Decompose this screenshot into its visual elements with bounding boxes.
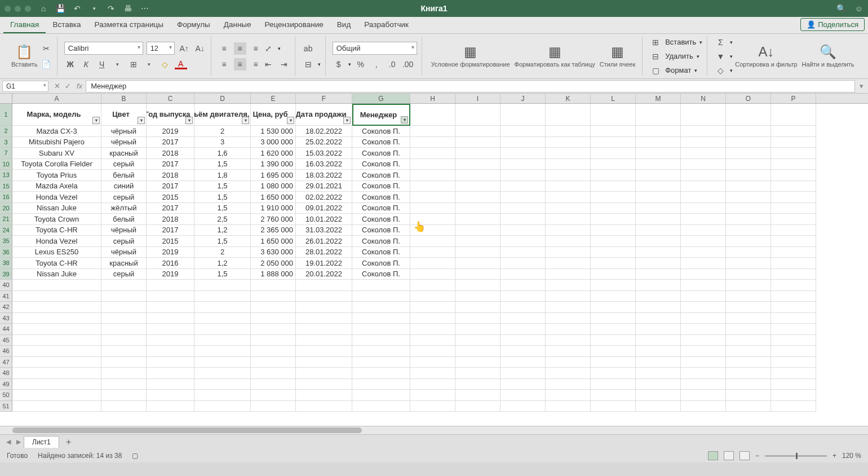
cell[interactable] — [455, 137, 501, 148]
home-icon[interactable]: ⌂ — [39, 4, 48, 13]
close-window-icon[interactable] — [5, 6, 11, 12]
cell[interactable] — [636, 302, 681, 313]
number-format-select[interactable]: Общий — [333, 42, 417, 55]
cell[interactable] — [455, 170, 501, 181]
row-header[interactable]: 46 — [0, 346, 12, 357]
cell[interactable] — [681, 104, 726, 126]
cell[interactable]: 1 650 000 — [251, 236, 296, 247]
cell[interactable]: Toyota Corolla Fielder — [12, 159, 101, 170]
cell[interactable] — [147, 335, 194, 346]
cell[interactable]: 2015 — [147, 236, 194, 247]
cell[interactable] — [101, 346, 147, 357]
cell[interactable] — [636, 324, 681, 335]
cell[interactable] — [12, 335, 101, 346]
cell[interactable] — [681, 291, 726, 302]
cell[interactable] — [771, 401, 816, 412]
cell[interactable]: 2017 — [147, 137, 194, 148]
cell[interactable] — [12, 280, 101, 291]
cell[interactable]: серый — [101, 236, 147, 247]
cell[interactable] — [771, 181, 816, 192]
row-header[interactable]: 42 — [0, 302, 12, 313]
column-header[interactable]: I — [455, 94, 501, 103]
cell[interactable] — [726, 236, 771, 247]
cell[interactable] — [410, 280, 455, 291]
decrease-indent-icon[interactable]: ⇤ — [262, 58, 274, 70]
cell[interactable] — [726, 258, 771, 269]
cell[interactable] — [771, 280, 816, 291]
cell[interactable] — [636, 291, 681, 302]
cell[interactable] — [501, 236, 546, 247]
zoom-slider[interactable] — [765, 455, 827, 457]
cell[interactable] — [636, 159, 681, 170]
align-top-icon[interactable]: ≡ — [218, 42, 231, 55]
wrap-text-icon[interactable]: ab — [302, 42, 315, 55]
cell[interactable] — [636, 258, 681, 269]
cell[interactable] — [410, 137, 455, 148]
cell[interactable]: 3 630 000 — [251, 247, 296, 258]
cell[interactable] — [636, 357, 681, 368]
cell[interactable]: 1 530 000 — [251, 126, 296, 137]
cell[interactable] — [501, 379, 546, 390]
cell[interactable]: 2017 — [147, 203, 194, 214]
cell[interactable] — [410, 258, 455, 269]
cell[interactable] — [771, 236, 816, 247]
format-as-table-button[interactable]: ▦Форматировать как таблицу — [512, 43, 597, 69]
cell[interactable] — [771, 313, 816, 324]
cell[interactable] — [681, 357, 726, 368]
cell[interactable] — [681, 368, 726, 379]
cell[interactable] — [636, 390, 681, 401]
cell[interactable] — [455, 280, 501, 291]
cell[interactable] — [636, 313, 681, 324]
cell[interactable] — [726, 401, 771, 412]
cell[interactable]: 2 050 000 — [251, 258, 296, 269]
column-header[interactable]: M — [636, 94, 681, 103]
cell[interactable] — [681, 126, 726, 137]
cell[interactable] — [194, 280, 251, 291]
cell[interactable]: 3 — [194, 137, 251, 148]
cell[interactable] — [352, 346, 410, 357]
cell[interactable] — [726, 291, 771, 302]
cell[interactable] — [501, 203, 546, 214]
increase-decimal-icon[interactable]: .0 — [386, 58, 398, 70]
cell[interactable] — [352, 335, 410, 346]
horizontal-scrollbar[interactable] — [0, 426, 868, 434]
align-bottom-icon[interactable]: ≡ — [250, 42, 262, 55]
cell[interactable] — [591, 269, 636, 280]
cell[interactable] — [546, 346, 591, 357]
column-header[interactable]: J — [501, 94, 546, 103]
cell[interactable]: 26.01.2022 — [296, 236, 352, 247]
cell[interactable] — [636, 203, 681, 214]
cell[interactable] — [636, 137, 681, 148]
cell[interactable]: 2019 — [147, 269, 194, 280]
underline-button[interactable]: Ч — [96, 58, 108, 70]
cell[interactable] — [546, 258, 591, 269]
cell[interactable] — [12, 313, 101, 324]
cell[interactable] — [296, 280, 352, 291]
cell[interactable]: чёрный — [101, 126, 147, 137]
row-header[interactable]: 3 — [0, 137, 12, 148]
cell[interactable] — [636, 280, 681, 291]
cell[interactable] — [726, 203, 771, 214]
column-header[interactable]: F — [296, 94, 352, 103]
cell[interactable]: 31.03.2022 — [296, 225, 352, 236]
cell[interactable]: 2 — [194, 126, 251, 137]
cell[interactable] — [681, 203, 726, 214]
cell[interactable] — [771, 390, 816, 401]
cell[interactable] — [681, 181, 726, 192]
cell[interactable] — [636, 401, 681, 412]
cell[interactable] — [546, 368, 591, 379]
cell[interactable] — [591, 313, 636, 324]
cell[interactable] — [771, 335, 816, 346]
cell[interactable] — [455, 379, 501, 390]
cell[interactable] — [296, 324, 352, 335]
ribbon-tab-7[interactable]: Разработчик — [357, 17, 415, 33]
cell[interactable] — [771, 225, 816, 236]
cell[interactable] — [101, 302, 147, 313]
cell[interactable] — [726, 368, 771, 379]
cell[interactable] — [546, 313, 591, 324]
column-header[interactable]: D — [194, 94, 251, 103]
cell[interactable] — [12, 346, 101, 357]
cell[interactable] — [771, 192, 816, 203]
cell[interactable] — [410, 214, 455, 225]
cell[interactable] — [352, 280, 410, 291]
